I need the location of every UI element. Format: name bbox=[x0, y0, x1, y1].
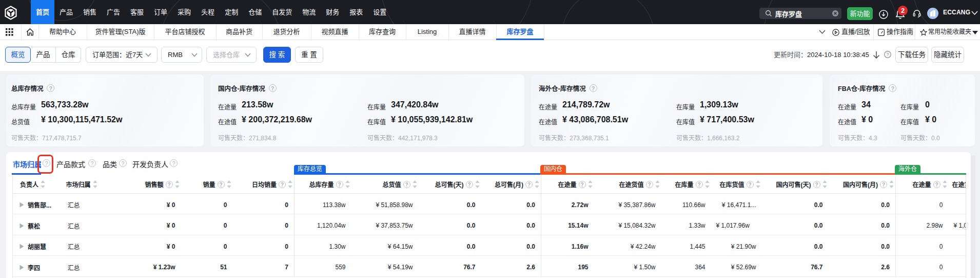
svg-text:?: ? bbox=[886, 52, 889, 57]
